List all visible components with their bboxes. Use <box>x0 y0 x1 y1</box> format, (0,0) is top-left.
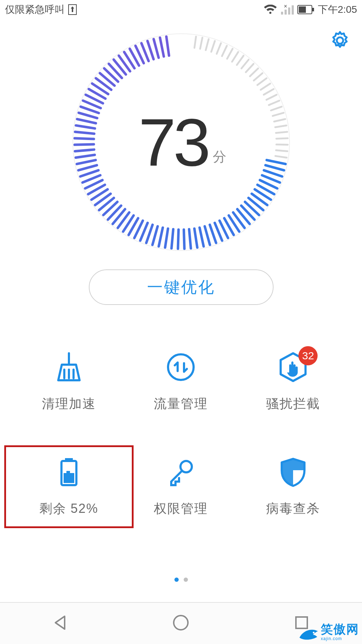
tile-label: 骚扰拦截 <box>266 395 320 413</box>
svg-line-19 <box>237 56 243 65</box>
page-dot-active <box>174 578 179 582</box>
svg-point-9 <box>337 37 343 44</box>
badge-count: 32 <box>298 346 318 365</box>
svg-line-82 <box>78 165 97 170</box>
svg-line-110 <box>166 37 169 55</box>
svg-line-57 <box>199 227 203 246</box>
svg-rect-7 <box>312 8 314 11</box>
key-icon <box>165 456 197 488</box>
nav-back-button[interactable] <box>50 613 70 634</box>
svg-line-32 <box>275 125 286 127</box>
svg-line-56 <box>205 226 210 245</box>
svg-point-119 <box>313 632 315 634</box>
svg-rect-3 <box>288 7 290 15</box>
svg-line-85 <box>75 150 94 151</box>
tile-clean[interactable]: 清理加速 <box>13 347 125 417</box>
svg-line-25 <box>260 84 270 90</box>
svg-text:×: × <box>284 5 287 9</box>
tile-label: 病毒查杀 <box>266 500 320 517</box>
svg-line-90 <box>77 119 96 123</box>
svg-rect-1 <box>281 12 283 15</box>
svg-line-58 <box>194 229 197 247</box>
svg-line-92 <box>81 107 99 113</box>
svg-line-107 <box>147 41 153 59</box>
svg-line-40 <box>264 170 282 176</box>
svg-line-23 <box>254 73 262 81</box>
svg-line-108 <box>153 39 158 58</box>
tile-permission[interactable]: 权限管理 <box>125 452 237 522</box>
svg-line-13 <box>206 39 209 50</box>
svg-line-87 <box>75 138 94 139</box>
page-indicator <box>174 578 188 582</box>
svg-line-66 <box>146 225 152 243</box>
tile-label: 清理加速 <box>42 395 96 413</box>
svg-rect-115 <box>64 473 74 483</box>
svg-line-30 <box>272 113 283 116</box>
svg-line-17 <box>227 49 232 59</box>
nav-home-button[interactable] <box>171 613 191 634</box>
svg-line-15 <box>216 43 221 54</box>
svg-line-11 <box>194 37 196 48</box>
svg-rect-4 <box>292 5 294 15</box>
svg-line-24 <box>257 78 266 85</box>
signal-icon: × <box>281 5 294 15</box>
svg-line-62 <box>171 229 173 248</box>
svg-line-86 <box>75 144 94 145</box>
svg-line-18 <box>232 52 238 61</box>
svg-line-88 <box>75 132 94 134</box>
svg-line-36 <box>276 150 287 151</box>
tile-battery[interactable]: 剩余 52% <box>13 452 125 522</box>
feature-grid: 清理加速 流量管理 32 骚扰拦截 <box>0 347 362 522</box>
svg-line-84 <box>76 155 94 158</box>
svg-line-61 <box>178 230 178 249</box>
svg-line-22 <box>250 68 258 76</box>
svg-line-60 <box>184 230 184 249</box>
svg-line-26 <box>264 89 274 95</box>
svg-line-38 <box>266 160 285 164</box>
score-unit: 分 <box>213 148 223 166</box>
svg-line-16 <box>222 46 227 56</box>
watermark-text: 笑傲网 <box>321 621 359 638</box>
wifi-icon <box>263 5 277 15</box>
svg-rect-8 <box>299 6 306 13</box>
battery-icon <box>297 5 314 14</box>
svg-line-63 <box>165 229 168 247</box>
svg-line-31 <box>274 119 285 122</box>
svg-rect-2 <box>285 10 287 15</box>
svg-line-59 <box>189 229 191 248</box>
broom-icon <box>53 351 85 383</box>
tile-traffic[interactable]: 流量管理 <box>125 347 237 417</box>
shield-icon <box>277 456 309 488</box>
svg-line-64 <box>158 227 162 246</box>
svg-line-28 <box>269 101 279 105</box>
svg-line-21 <box>245 64 253 72</box>
svg-line-55 <box>210 225 216 243</box>
svg-line-14 <box>211 41 215 52</box>
upload-icon <box>68 4 77 15</box>
settings-button[interactable] <box>330 31 350 50</box>
back-triangle-icon <box>50 613 70 633</box>
svg-line-109 <box>160 38 164 57</box>
score-value: 73 <box>139 103 208 181</box>
optimize-button[interactable]: 一键优化 <box>89 269 274 305</box>
tile-label: 权限管理 <box>154 500 208 517</box>
svg-line-35 <box>276 145 287 145</box>
tile-virus[interactable]: 病毒查杀 <box>237 452 349 522</box>
svg-line-29 <box>271 107 281 111</box>
svg-point-111 <box>168 354 194 380</box>
shark-icon <box>298 626 319 641</box>
svg-line-20 <box>241 60 248 69</box>
svg-line-81 <box>80 170 98 176</box>
tile-block[interactable]: 32 骚扰拦截 <box>237 347 349 417</box>
svg-line-27 <box>266 95 277 100</box>
svg-line-33 <box>276 132 287 133</box>
page-dot <box>184 578 188 582</box>
updown-icon <box>165 351 197 383</box>
health-gauge: 73 分 <box>71 32 291 252</box>
home-circle-icon <box>171 613 191 633</box>
svg-line-39 <box>265 165 284 170</box>
svg-line-34 <box>276 138 287 139</box>
status-time: 下午2:05 <box>318 3 357 16</box>
svg-line-65 <box>152 226 158 245</box>
watermark: 笑傲网 xajin.com <box>298 621 359 641</box>
